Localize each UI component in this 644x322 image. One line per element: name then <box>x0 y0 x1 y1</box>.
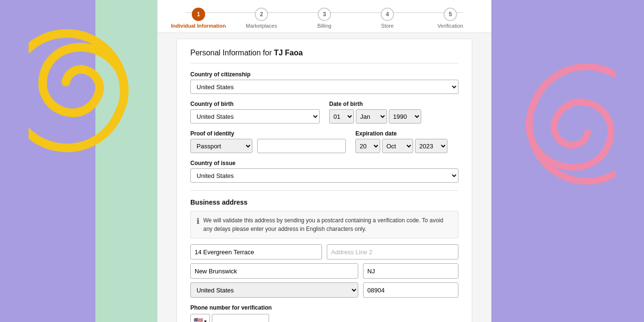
form-title: Personal Information for TJ Faoa <box>190 49 458 63</box>
step-individual-information[interactable]: 1 Individual Information <box>167 8 230 29</box>
chevron-down-icon: ▾ <box>204 319 207 322</box>
step-1-label: Individual Information <box>171 23 226 29</box>
step-4-circle: 4 <box>381 8 394 21</box>
country-zip-row: United States <box>190 282 458 298</box>
dob-inputs: 01 Jan 1990 <box>329 109 458 124</box>
expiration-label: Expiration date <box>355 130 458 137</box>
flag-emoji: 🇺🇸 <box>194 317 203 322</box>
proof-label: Proof of identity <box>190 130 346 137</box>
country-of-issue-label: Country of issue <box>190 160 458 166</box>
country-of-birth-label: Country of birth <box>190 101 320 107</box>
state-input[interactable] <box>363 263 458 279</box>
address-line-row <box>190 244 458 260</box>
step-3-label: Billing <box>317 23 331 29</box>
proof-number-input[interactable] <box>257 139 346 153</box>
step-5-label: Verification <box>437 23 463 29</box>
phone-number-input[interactable] <box>212 314 269 322</box>
proof-of-identity-group: Proof of identity Passport <box>190 130 346 153</box>
citizenship-select[interactable]: United States <box>190 80 458 94</box>
country-of-birth-group: Country of birth United States <box>190 101 320 124</box>
section-divider <box>190 190 458 191</box>
country-of-issue-row: Country of issue United States <box>190 160 458 183</box>
birth-row: Country of birth United States Date of b… <box>190 101 458 124</box>
citizenship-group: Country of citizenship United States <box>190 71 458 94</box>
main-container: 1 Individual Information 2 Marketplaces … <box>157 0 491 322</box>
personal-info-form: Personal Information for TJ Faoa Country… <box>177 39 472 322</box>
proof-inputs: Passport <box>190 139 346 153</box>
exp-year-select[interactable]: 2023 <box>415 139 447 153</box>
city-input[interactable] <box>190 263 358 279</box>
country-of-issue-group: Country of issue United States <box>190 160 458 183</box>
step-2-circle: 2 <box>255 8 268 21</box>
expiration-inputs: 20 Oct 2023 <box>355 139 458 153</box>
expiration-date-group: Expiration date 20 Oct 2023 <box>355 130 458 153</box>
step-2-label: Marketplaces <box>246 23 277 29</box>
country-of-birth-select[interactable]: United States <box>190 109 320 124</box>
address-line2-input[interactable] <box>327 244 458 260</box>
zip-input[interactable] <box>363 282 458 298</box>
proof-row: Proof of identity Passport Expiration da… <box>190 130 458 153</box>
address-country-select[interactable]: United States <box>190 282 358 298</box>
citizenship-label: Country of citizenship <box>190 71 458 78</box>
step-billing[interactable]: 3 Billing <box>293 8 356 29</box>
proof-type-select[interactable]: Passport <box>190 139 252 153</box>
pink-spiral-icon <box>510 62 615 186</box>
info-icon: ℹ <box>197 217 199 226</box>
dob-day-select[interactable]: 01 <box>329 109 354 124</box>
step-5-circle: 5 <box>444 8 457 21</box>
business-address-title: Business address <box>190 198 458 206</box>
country-of-issue-select[interactable]: United States <box>190 168 458 183</box>
phone-section: Phone number for verification 🇺🇸 ▾ Examp… <box>190 304 458 322</box>
step-4-label: Store <box>381 23 394 29</box>
user-name: TJ Faoa <box>274 49 302 57</box>
step-marketplaces[interactable]: 2 Marketplaces <box>230 8 293 29</box>
citizenship-row: Country of citizenship United States <box>190 71 458 94</box>
address-line1-input[interactable] <box>190 244 322 260</box>
stepper: 1 Individual Information 2 Marketplaces … <box>157 0 491 33</box>
city-state-row <box>190 263 458 279</box>
date-of-birth-group: Date of birth 01 Jan 1990 <box>329 101 458 124</box>
step-store[interactable]: 4 Store <box>356 8 419 29</box>
yellow-spiral-icon <box>29 24 148 157</box>
step-3-circle: 3 <box>318 8 331 21</box>
phone-flag-button[interactable]: 🇺🇸 ▾ <box>190 314 210 322</box>
date-of-birth-label: Date of birth <box>329 101 458 107</box>
exp-month-select[interactable]: Oct <box>382 139 413 153</box>
phone-label: Phone number for verification <box>190 304 458 311</box>
dob-month-select[interactable]: Jan <box>356 109 387 124</box>
step-verification[interactable]: 5 Verification <box>419 8 482 29</box>
phone-row: 🇺🇸 ▾ <box>190 314 458 322</box>
dob-year-select[interactable]: 1990 <box>389 109 421 124</box>
exp-day-select[interactable]: 20 <box>355 139 380 153</box>
address-info-box: ℹ We will validate this address by sendi… <box>190 211 458 239</box>
step-1-circle: 1 <box>192 8 205 21</box>
address-info-text: We will validate this address by sending… <box>203 216 452 233</box>
